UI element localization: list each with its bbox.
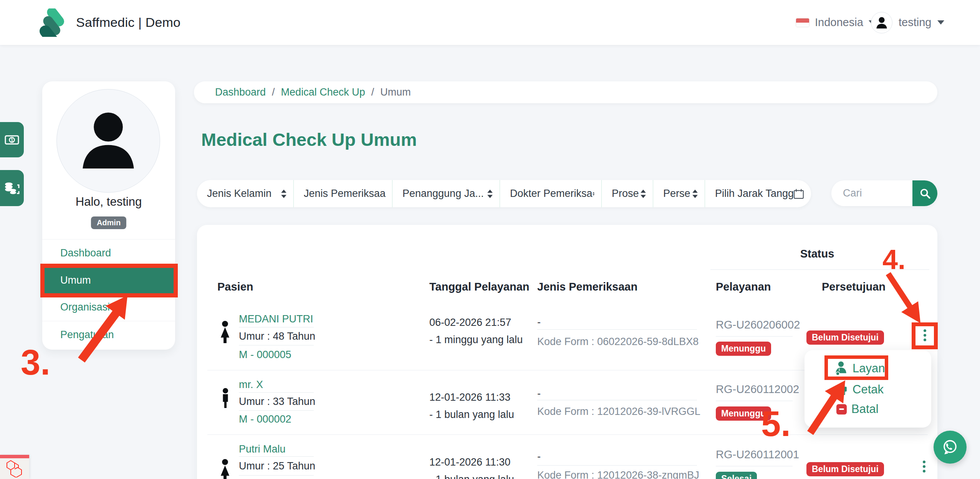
filter-date-range[interactable]: Pilih Jarak Tangg — [705, 180, 811, 207]
laravel-logo-icon — [5, 460, 23, 477]
status-group-header: Status — [798, 248, 836, 260]
filter-dokter-pemeriksa[interactable]: Dokter Pemeriksa — [500, 180, 602, 207]
step-number-3: 3. — [21, 345, 50, 380]
pelayanan-status-badge: Selesai — [716, 472, 757, 479]
service-ago: - 1 minggu yang lalu — [429, 331, 523, 349]
patient-age: Umur : 48 Tahun — [239, 327, 333, 345]
search-group — [831, 180, 937, 206]
jenis-cell: - Kode Form : 12012026-39-lVRGGL — [537, 388, 718, 418]
sidebar-item-pengaturan[interactable]: Pengaturan — [42, 321, 175, 349]
sort-icon — [487, 190, 493, 198]
row-actions-dropdown: Layani Cetak Batal — [805, 350, 931, 428]
whatsapp-button[interactable] — [934, 431, 967, 464]
sort-icon — [593, 190, 594, 198]
breadcrumb-medical-check-up[interactable]: Medical Check Up — [281, 86, 365, 98]
username-label: testing — [899, 16, 931, 29]
row-divider — [207, 434, 928, 435]
breadcrumb: Dashboard / Medical Check Up / Umum — [194, 81, 937, 103]
cancel-minus-icon — [836, 404, 847, 415]
patient-cell: MEDANI PUTRI Umur : 48 Tahun M - 000005 — [239, 311, 333, 364]
breadcrumb-separator: / — [272, 86, 275, 98]
registration-code: RG-U260112002 — [716, 383, 816, 401]
tanggal-cell: 12-01-2026 11:33 - 1 bulan yang lalu — [429, 389, 529, 423]
filter-proses[interactable]: Prose — [602, 180, 653, 207]
filter-jenis-kelamin[interactable]: Jenis Kelamin — [197, 180, 294, 207]
search-button[interactable] — [912, 180, 937, 206]
jenis-value: - — [537, 316, 718, 329]
menu-item-batal[interactable]: Batal — [836, 402, 879, 416]
laravel-debug-widget[interactable] — [0, 455, 29, 479]
column-header-persetujuan: Persetujuan — [822, 281, 886, 293]
pelayanan-status-badge: Menunggu — [716, 342, 771, 356]
svg-text:1: 1 — [11, 137, 13, 143]
whatsapp-icon — [941, 438, 959, 456]
status-group-underline — [710, 269, 929, 270]
kode-form: Kode Form : 12012026-39-lVRGGL — [537, 406, 718, 418]
persetujuan-status-badge: Belum Disetujui — [806, 330, 884, 345]
patient-name-link[interactable]: mr. X — [239, 377, 333, 392]
filter-penanggung-jawab[interactable]: Penanggung Ja... — [392, 180, 500, 207]
patient-mr-link[interactable]: M - 000005 — [239, 345, 333, 364]
sort-icon — [281, 190, 286, 198]
pelayanan-cell: RG-U260112001 Selesai — [716, 448, 816, 479]
column-header-pelayanan: Pelayanan — [716, 281, 771, 293]
sidebar-item-umum[interactable]: Umum — [42, 267, 175, 293]
indonesia-flag-icon — [796, 18, 809, 27]
chevron-down-icon — [937, 20, 944, 25]
persetujuan-status-badge: Belum Disetujui — [806, 462, 884, 476]
app-root: Saffmedic | Demo Indonesia testing 1 — [0, 0, 980, 479]
patient-age: Umur : 25 Tahun — [239, 457, 333, 475]
column-header-pasien: Pasien — [217, 281, 253, 293]
row-actions-menu-button[interactable] — [921, 329, 929, 341]
sort-icon — [692, 190, 698, 198]
sidebar-menu: Dashboard Umum Organisasi Pengaturan — [42, 239, 175, 349]
menu-item-cetak[interactable]: Cetak — [836, 383, 884, 396]
top-navbar: Saffmedic | Demo Indonesia testing — [0, 0, 980, 45]
breadcrumb-current: Umum — [380, 86, 411, 98]
role-badge: Admin — [91, 216, 126, 229]
search-input[interactable] — [831, 180, 912, 206]
row-actions-menu-button[interactable] — [920, 461, 928, 472]
patient-name-link[interactable]: Putri Malu — [239, 442, 333, 456]
kode-form: Kode Form : 12012026-38-zngmBJ — [537, 469, 718, 479]
calendar-icon — [793, 188, 804, 199]
coins-transfer-quick-button[interactable] — [0, 170, 24, 206]
banknote-icon: 1 — [4, 133, 20, 146]
kode-form: Kode Form : 06022026-59-8dLBX8 — [537, 336, 718, 348]
profile-avatar — [56, 89, 160, 193]
patient-cell: Putri Malu Umur : 25 Tahun — [239, 442, 333, 476]
pelayanan-status-badge: Menunggu — [716, 406, 771, 421]
patient-mr-link[interactable]: M - 000002 — [239, 411, 333, 428]
user-avatar — [871, 12, 892, 33]
registration-code: RG-U260206002 — [716, 319, 816, 336]
greeting-text: Halo, testing — [42, 195, 175, 209]
filter-persetujuan[interactable]: Perse — [653, 180, 705, 207]
service-datetime: 12-01-2026 11:30 — [429, 454, 529, 471]
filter-jenis-pemeriksaan[interactable]: Jenis Pemeriksaa — [294, 180, 392, 207]
patient-cell: mr. X Umur : 33 Tahun M - 000002 — [239, 377, 333, 428]
saffmedic-logo-icon — [38, 8, 70, 38]
column-header-jenis: Jenis Pemeriksaan — [537, 281, 637, 293]
jenis-value: - — [537, 451, 718, 465]
patient-age: Umur : 33 Tahun — [239, 393, 333, 410]
user-menu[interactable]: testing — [871, 0, 944, 45]
male-icon — [220, 388, 230, 410]
jenis-cell: - Kode Form : 06022026-59-8dLBX8 — [537, 316, 718, 348]
tanggal-cell: 12-01-2026 11:30 - 1 bulan yang lalu — [429, 454, 529, 479]
menu-item-layani[interactable]: Layani — [834, 361, 887, 376]
language-selector[interactable]: Indonesia — [796, 0, 876, 45]
service-ago: - 1 bulan yang lalu — [429, 406, 529, 423]
sidebar-item-organisasi[interactable]: Organisasi — [42, 293, 175, 321]
cash-quick-button[interactable]: 1 — [0, 122, 24, 157]
breadcrumb-dashboard[interactable]: Dashboard — [215, 86, 266, 98]
pelayanan-cell: RG-U260112002 Menunggu — [716, 383, 816, 421]
patient-name-link[interactable]: MEDANI PUTRI — [239, 311, 333, 327]
coins-icon — [4, 180, 20, 196]
female-icon — [219, 459, 231, 479]
page-title: Medical Check Up Umum — [201, 129, 417, 150]
filter-bar: Jenis Kelamin Jenis Pemeriksaa Penanggun… — [197, 180, 811, 207]
sidebar-profile-card: Halo, testing Admin Dashboard Umum Organ… — [42, 81, 175, 350]
female-icon — [219, 321, 231, 345]
sidebar-item-dashboard[interactable]: Dashboard — [42, 239, 175, 267]
search-icon — [919, 188, 931, 199]
